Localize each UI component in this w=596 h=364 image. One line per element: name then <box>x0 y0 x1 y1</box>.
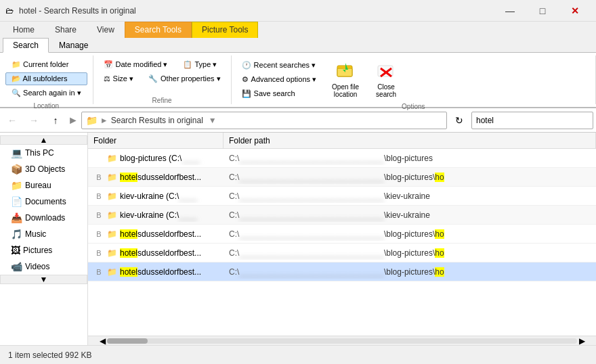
search-input[interactable] <box>471 112 593 129</box>
cell-folder-name: B 📁 hotelsdusseldorfbest... <box>88 227 224 241</box>
table-row[interactable]: B 📁 hotelsdusseldorfbest... C:\_________… <box>88 168 596 187</box>
tab-view[interactable]: View <box>87 22 125 38</box>
path-part-main: Search Results in original <box>111 116 203 125</box>
breadcrumb: 📁 ► Search Results in original ▼ <box>86 115 217 126</box>
close-search-icon <box>377 60 396 82</box>
folder-icon-row: 📁 <box>107 191 117 201</box>
search-again-btn[interactable]: 🔍 Search again in ▾ <box>5 87 87 99</box>
hscroll-right[interactable]: ▶ <box>577 336 587 346</box>
table-row[interactable]: B 📁 kiev-ukraine (C:\____ C:\___________… <box>88 206 596 225</box>
sidebar-item-this-pc[interactable]: 💻 This PC <box>0 145 87 161</box>
col-header-folder[interactable]: Folder <box>88 133 224 148</box>
cell-folder-path: C:\________________________________\blog… <box>224 246 596 260</box>
svg-rect-1 <box>337 68 352 76</box>
props-icon: 🔧 <box>148 74 158 83</box>
horizontal-scrollbar[interactable]: ◀ ▶ <box>88 336 596 345</box>
col-header-path[interactable]: Folder path <box>224 133 596 148</box>
all-subfolders-btn[interactable]: 📂 All subfolders <box>5 72 87 85</box>
app-icon: 🗁 <box>5 6 14 16</box>
sidebar-item-bureau[interactable]: 📁 Bureau <box>0 177 87 194</box>
type-btn[interactable]: 📋 Type ▾ <box>178 58 222 71</box>
other-properties-btn[interactable]: 🔧 Other properties ▾ <box>144 72 226 85</box>
up-btn[interactable]: ↑ <box>46 111 65 130</box>
refine-row2: ⚖ Size ▾ 🔧 Other properties ▾ <box>99 72 226 85</box>
type-icon: 📋 <box>183 60 192 69</box>
date-modified-btn[interactable]: 📅 Date modified ▾ <box>99 58 173 71</box>
save-search-btn[interactable]: 💾 Save search <box>237 87 322 100</box>
cell-folder-name: B 📁 kiev-ukraine (C:\____ <box>88 208 224 222</box>
window-controls: — □ ✕ <box>494 1 591 21</box>
tab-share[interactable]: Share <box>45 22 87 38</box>
close-button[interactable]: ✕ <box>559 1 591 21</box>
table-row[interactable]: B 📁 hotelsdusseldorfbest... C:\_________… <box>88 263 596 281</box>
cell-folder-name: B 📁 hotelsdusseldorfbest... <box>88 170 224 184</box>
open-file-location-btn[interactable]: Open filelocation <box>326 58 364 100</box>
window-title: hotel - Search Results in original <box>19 6 494 16</box>
ribbon: 📁 Current folder 📂 All subfolders 🔍 Sear… <box>0 53 596 108</box>
hscroll-track[interactable] <box>107 338 577 344</box>
pictures-icon: 🖼 <box>11 245 20 256</box>
size-btn[interactable]: ⚖ Size ▾ <box>99 72 138 85</box>
table-row[interactable]: B 📁 hotelsdusseldorfbest... C:\_________… <box>88 225 596 244</box>
table-row[interactable]: B 📁 kiev-ukraine (C:\____ C:\___________… <box>88 187 596 206</box>
tab-search-tools[interactable]: Search Tools <box>125 22 192 38</box>
tab-picture-tools[interactable]: Picture Tools <box>192 22 258 38</box>
options-group-label: Options <box>237 101 590 110</box>
folder-icon-row: 📁 <box>107 248 117 258</box>
cell-folder-path: C:\________________________________\blog… <box>224 265 596 279</box>
address-path-box[interactable]: 📁 ► Search Results in original ▼ <box>81 112 447 129</box>
tab-home[interactable]: Home <box>3 22 45 38</box>
ribbon-group-location: 📁 Current folder 📂 All subfolders 🔍 Sear… <box>0 55 93 104</box>
subtab-search[interactable]: Search <box>3 38 49 53</box>
recent-searches-btn[interactable]: 🕐 Recent searches ▾ <box>237 59 322 72</box>
sidebar-item-pictures[interactable]: 🖼 Pictures <box>0 242 87 258</box>
minimize-button[interactable]: — <box>494 1 526 21</box>
forward-btn[interactable]: → <box>24 111 43 130</box>
sidebar-item-music[interactable]: 🎵 Music <box>0 226 87 242</box>
ribbon-group-refine: 📅 Date modified ▾ 📋 Type ▾ ⚖ Size ▾ 🔧 Ot… <box>93 55 232 104</box>
calendar-icon: 📅 <box>104 60 113 69</box>
subtab-manage[interactable]: Manage <box>49 38 98 52</box>
title-bar: 🗁 hotel - Search Results in original — □… <box>0 0 596 22</box>
maximize-button[interactable]: □ <box>527 1 558 21</box>
advanced-icon: ⚙ <box>242 75 249 84</box>
cell-folder-path: C:\________________________________\kiev… <box>224 208 596 222</box>
file-header: Folder Folder path <box>88 133 596 149</box>
cell-folder-path: C:\________________________________\blog… <box>224 152 596 165</box>
folder-icon-row: 📁 <box>107 229 117 239</box>
ribbon-tab-bar: Home Share View Search Tools Picture Too… <box>0 22 596 38</box>
folder-icon-row: 📁 <box>107 154 117 163</box>
sidebar-item-documents[interactable]: 📄 Documents <box>0 194 87 210</box>
folder-icon-row: 📁 <box>107 173 117 182</box>
table-row[interactable]: B 📁 hotelsdusseldorfbest... C:\_________… <box>88 244 596 263</box>
pc-icon: 💻 <box>11 147 22 158</box>
close-search-btn[interactable]: Closesearch <box>370 58 402 100</box>
music-icon: 🎵 <box>11 229 22 240</box>
advanced-options-btn[interactable]: ⚙ Advanced options ▾ <box>237 73 322 86</box>
sidebar-item-videos[interactable]: 📹 Videos <box>0 258 87 275</box>
back-btn[interactable]: ← <box>3 111 22 130</box>
3d-icon: 📦 <box>11 164 22 175</box>
sidebar-item-3d-objects[interactable]: 📦 3D Objects <box>0 161 87 177</box>
folder-icon-row: 📁 <box>107 267 117 277</box>
sidebar-scroll-down[interactable]: ▼ <box>0 275 87 284</box>
table-row[interactable]: 📁 blog-pictures (C:\____ C:\____________… <box>88 149 596 168</box>
hscroll-left[interactable]: ◀ <box>98 336 107 346</box>
current-folder-btn[interactable]: 📁 Current folder <box>5 58 87 71</box>
downloads-icon: 📥 <box>11 212 22 223</box>
open-location-icon <box>336 60 355 82</box>
folder-icon-row: 📁 <box>107 210 117 220</box>
refine-buttons: 📅 Date modified ▾ 📋 Type ▾ ⚖ Size ▾ 🔧 Ot… <box>99 55 226 95</box>
refresh-btn[interactable]: ↻ <box>450 111 469 130</box>
cell-folder-name: B 📁 kiev-ukraine (C:\____ <box>88 189 224 203</box>
sidebar-item-downloads[interactable]: 📥 Downloads <box>0 210 87 226</box>
recent-icon: 🕐 <box>242 61 251 70</box>
path-dropdown-icon[interactable]: ▼ <box>209 116 217 125</box>
sidebar-scroll-up[interactable]: ▲ <box>0 135 87 145</box>
folder-icon: 📁 <box>12 60 21 68</box>
location-group-label: Location <box>5 101 87 110</box>
options-buttons: 🕐 Recent searches ▾ ⚙ Advanced options ▾… <box>237 55 403 101</box>
options-stack: 🕐 Recent searches ▾ ⚙ Advanced options ▾… <box>237 59 322 100</box>
hscroll-thumb[interactable] <box>107 338 148 344</box>
save-icon: 💾 <box>242 89 251 98</box>
